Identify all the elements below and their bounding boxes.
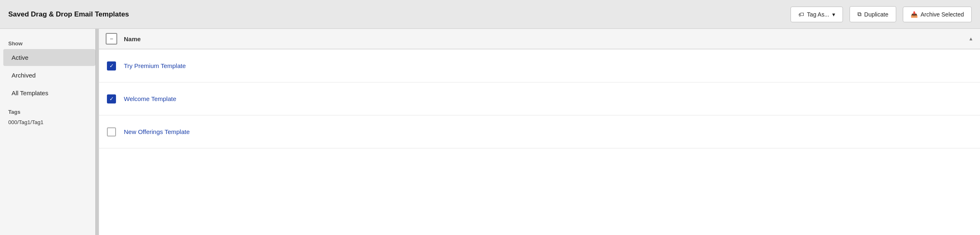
template-name-3[interactable]: New Offerings Template [124, 128, 190, 135]
checked-box-1: ✓ [107, 61, 116, 70]
row-checkbox-2[interactable]: ✓ [106, 93, 117, 105]
sort-icon[interactable]: ▲ [968, 36, 973, 42]
table-row: ✓ Welcome Template [99, 82, 980, 115]
tag-item[interactable]: 000/Tag1/Tag1 [8, 117, 90, 128]
archive-selected-label: Archive Selected [921, 11, 964, 18]
duplicate-button[interactable]: ⧉ Duplicate [850, 6, 896, 22]
sidebar-scrollbar[interactable] [95, 29, 99, 235]
tag-icon: 🏷 [798, 11, 804, 18]
template-name-1[interactable]: Try Premium Template [124, 62, 186, 69]
main-container: Show Active Archived All Templates Tags … [0, 29, 980, 235]
minus-icon: − [110, 35, 113, 42]
row-checkbox-3[interactable] [106, 126, 117, 138]
table-header: − Name ▲ [99, 29, 980, 49]
unchecked-box-3 [107, 127, 116, 136]
duplicate-label: Duplicate [864, 11, 888, 18]
top-bar: Saved Drag & Drop Email Templates 🏷 Tag … [0, 0, 980, 29]
name-column-header: Name [124, 35, 968, 42]
tag-as-label: Tag As... [807, 11, 829, 18]
row-checkbox-1[interactable]: ✓ [106, 60, 117, 72]
checkmark-icon: ✓ [109, 63, 114, 69]
sidebar: Show Active Archived All Templates Tags … [0, 29, 99, 235]
table-row: ✓ Try Premium Template [99, 49, 980, 82]
select-all-checkbox[interactable]: − [106, 33, 117, 45]
sidebar-item-archived[interactable]: Archived [3, 67, 95, 84]
checked-box-2: ✓ [107, 94, 116, 103]
tags-section: Tags 000/Tag1/Tag1 [0, 102, 99, 129]
sidebar-item-all-templates[interactable]: All Templates [3, 85, 95, 101]
show-section-label: Show [0, 37, 99, 48]
archive-selected-button[interactable]: 📥 Archive Selected [903, 7, 972, 22]
table-row: New Offerings Template [99, 115, 980, 148]
tag-as-button[interactable]: 🏷 Tag As... ▾ [791, 7, 843, 22]
template-name-2[interactable]: Welcome Template [124, 95, 176, 102]
content-area: − Name ▲ ✓ Try Premium Template ✓ Welcom… [99, 29, 980, 235]
page-title: Saved Drag & Drop Email Templates [8, 10, 129, 19]
chevron-down-icon: ▾ [832, 11, 835, 18]
sidebar-item-active[interactable]: Active [3, 49, 95, 66]
tags-label: Tags [8, 109, 90, 115]
duplicate-icon: ⧉ [857, 11, 862, 18]
archive-icon: 📥 [911, 11, 918, 18]
checkmark-icon: ✓ [109, 96, 114, 102]
